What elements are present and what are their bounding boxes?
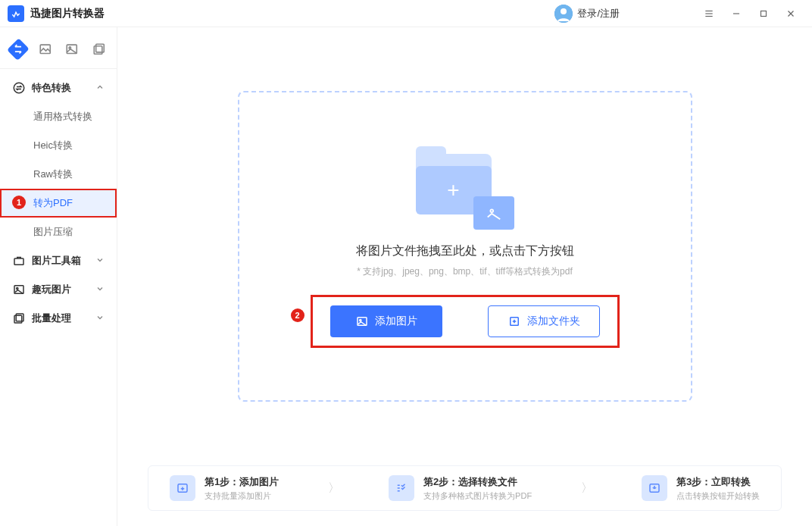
step-3: 第3步：立即转换 点击转换按钮开始转换 xyxy=(642,475,760,502)
step-title: 第2步：选择转换文件 xyxy=(423,475,532,489)
button-row: 2 添加图片 添加文件夹 xyxy=(312,296,618,346)
section-label: 趣玩图片 xyxy=(32,283,95,296)
fun-icon xyxy=(12,283,26,296)
step-convert-icon xyxy=(642,475,667,501)
svg-rect-19 xyxy=(14,315,22,323)
minimize-button[interactable] xyxy=(723,0,750,27)
sidebar: 特色转换 通用格式转换 Heic转换 Raw转换 转为PDF 图片压缩 1 图片… xyxy=(0,27,117,526)
nav-icon-image[interactable] xyxy=(38,41,53,58)
svg-rect-15 xyxy=(14,258,23,265)
svg-rect-12 xyxy=(95,45,104,53)
login-register-link[interactable]: 登录/注册 xyxy=(554,5,620,23)
svg-rect-9 xyxy=(40,45,50,53)
section-label: 批量处理 xyxy=(32,312,95,325)
step-title: 第3步：立即转换 xyxy=(676,475,760,489)
sidebar-section-special-convert[interactable]: 特色转换 xyxy=(0,74,117,102)
chevron-right-icon: 〉 xyxy=(328,481,340,496)
step-title: 第1步：添加图片 xyxy=(205,475,279,489)
toolbox-icon xyxy=(12,254,26,268)
svg-point-14 xyxy=(14,83,24,93)
maximize-button[interactable] xyxy=(750,0,777,27)
swap-icon xyxy=(12,81,26,95)
chevron-down-icon xyxy=(95,255,105,267)
sidebar-item-raw-convert[interactable]: Raw转换 xyxy=(0,160,117,189)
section-label: 图片工具箱 xyxy=(32,254,95,268)
button-label: 添加图片 xyxy=(375,315,417,328)
batch-icon xyxy=(12,312,26,325)
steps-bar: 第1步：添加图片 支持批量添加图片 〉 第2步：选择转换文件 支持多种格式图片转… xyxy=(148,465,782,511)
svg-rect-13 xyxy=(94,46,102,55)
nav-icon-picture[interactable] xyxy=(64,41,80,58)
chevron-down-icon xyxy=(95,284,105,296)
svg-point-17 xyxy=(17,287,18,289)
login-label: 登录/注册 xyxy=(577,7,620,20)
sidebar-top-icons xyxy=(0,36,117,69)
sidebar-item-general-convert[interactable]: 通用格式转换 xyxy=(0,102,117,131)
annotation-marker-2: 2 xyxy=(291,308,304,322)
step-sub: 支持多种格式图片转换为PDF xyxy=(423,490,532,502)
section-label: 特色转换 xyxy=(32,81,95,95)
sidebar-section-batch[interactable]: 批量处理 xyxy=(0,304,117,333)
step-add-icon xyxy=(170,475,195,501)
svg-rect-18 xyxy=(16,314,23,321)
chevron-right-icon: 〉 xyxy=(581,481,593,496)
add-image-button[interactable]: 添加图片 xyxy=(330,305,442,337)
button-label: 添加文件夹 xyxy=(527,315,580,328)
step-sub: 点击转换按钮开始转换 xyxy=(676,490,760,502)
chevron-down-icon xyxy=(95,313,105,324)
nav-icon-batch[interactable] xyxy=(92,41,107,58)
step-sub: 支持批量添加图片 xyxy=(205,490,279,502)
svg-rect-6 xyxy=(761,11,767,16)
dropzone[interactable]: + 将图片文件拖拽至此处，或点击下方按钮 * 支持jpg、jpeg、png、bm… xyxy=(238,91,692,402)
chevron-up-icon xyxy=(95,83,105,94)
dropzone-subtitle: * 支持jpg、jpeg、png、bmp、tif、tiff等格式转换为pdf xyxy=(357,265,573,278)
app-logo-icon xyxy=(8,5,24,22)
menu-button[interactable] xyxy=(695,0,723,27)
folder-illustration-icon: + xyxy=(416,146,514,230)
annotation-marker-1: 1 xyxy=(12,196,26,209)
step-select-icon xyxy=(389,475,414,501)
sidebar-section-toolbox[interactable]: 图片工具箱 xyxy=(0,246,117,275)
add-folder-button[interactable]: 添加文件夹 xyxy=(488,305,600,337)
sidebar-item-heic-convert[interactable]: Heic转换 xyxy=(0,131,117,160)
sidebar-item-image-compress[interactable]: 图片压缩 xyxy=(0,218,117,246)
svg-point-1 xyxy=(561,8,567,14)
sidebar-section-fun[interactable]: 趣玩图片 xyxy=(0,275,117,304)
title-bar: 迅捷图片转换器 登录/注册 xyxy=(0,0,812,27)
nav-icon-convert[interactable] xyxy=(7,38,29,60)
dropzone-title: 将图片文件拖拽至此处，或点击下方按钮 xyxy=(356,243,574,259)
svg-point-22 xyxy=(359,319,361,321)
close-button[interactable] xyxy=(777,0,804,27)
step-1: 第1步：添加图片 支持批量添加图片 xyxy=(170,475,279,502)
svg-point-20 xyxy=(490,209,493,212)
main-content: + 将图片文件拖拽至此处，或点击下方按钮 * 支持jpg、jpeg、png、bm… xyxy=(117,27,812,526)
avatar-icon xyxy=(554,5,573,23)
step-2: 第2步：选择转换文件 支持多种格式图片转换为PDF xyxy=(389,475,532,502)
app-title: 迅捷图片转换器 xyxy=(30,7,105,20)
